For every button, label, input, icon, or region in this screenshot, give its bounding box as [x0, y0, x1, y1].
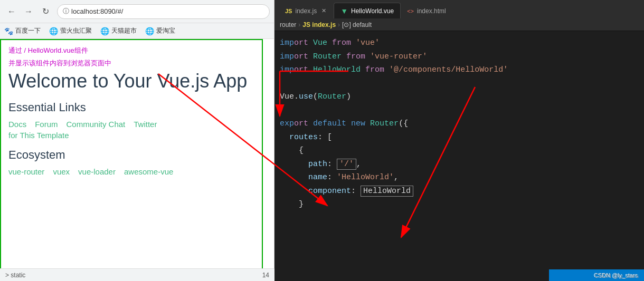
- link-vue-loader[interactable]: vue-loader: [78, 167, 116, 176]
- link-forum[interactable]: Forum: [35, 120, 58, 129]
- editor-panel: JS index.js ✕ ▼ HelloWorld.vue <> index.…: [274, 0, 644, 281]
- link-community-chat[interactable]: Community Chat: [67, 120, 126, 129]
- ecosystem-title: Ecosystem: [8, 148, 266, 162]
- link-docs[interactable]: Docs: [8, 120, 26, 129]
- ecosystem-links: vue-router vuex vue-loader awesome-vue: [8, 167, 266, 176]
- link-vuex[interactable]: vuex: [53, 167, 70, 176]
- link-twitter[interactable]: Twitter: [134, 120, 157, 129]
- essential-links-title: Essential Links: [8, 101, 266, 114]
- link-awesome-vue[interactable]: awesome-vue: [124, 167, 173, 176]
- bc-default: [⊙] default: [342, 21, 372, 28]
- vue-icon: ▼: [340, 7, 348, 15]
- lock-icon: ⓘ: [63, 7, 69, 16]
- bookmark-taobao[interactable]: 🌐 爱淘宝: [145, 26, 175, 35]
- baidu-icon: 🐾: [4, 27, 13, 35]
- link-vue-router[interactable]: vue-router: [8, 167, 44, 176]
- browser-bottom-bar: > static 14: [0, 268, 274, 281]
- link-for-template[interactable]: for This Template: [8, 131, 69, 140]
- bookmark-baidu-label: 百度一下: [15, 26, 41, 35]
- tab-index-html-label: index.html: [417, 7, 446, 15]
- bc-router: router: [280, 21, 296, 28]
- tab-helloworld-label: HelloWorld.vue: [351, 7, 394, 15]
- code-line-1: import Vue from 'vue': [274, 36, 644, 50]
- code-line-4: [274, 77, 644, 91]
- bc-index-js: JS index.js: [302, 21, 336, 28]
- tmall-icon: 🌐: [100, 27, 109, 35]
- code-line-8: routes: [: [274, 131, 644, 144]
- browser-bottom-label: > static: [5, 272, 25, 279]
- tab-helloworld-vue[interactable]: ▼ HelloWorld.vue: [334, 3, 401, 18]
- nav-buttons: ← → ↻: [4, 4, 53, 19]
- page-number: 14: [262, 272, 269, 279]
- breadcrumb-bar: router › JS index.js › [⊙] default: [274, 18, 644, 31]
- address-bar[interactable]: ⓘ localhost:8090/#/: [57, 4, 270, 19]
- annotation-line2: 并显示该组件内容到浏览器页面中: [8, 58, 266, 69]
- address-text: localhost:8090/#/: [71, 7, 123, 15]
- links-row2: for This Template: [8, 131, 266, 140]
- bookmark-huohu-label: 萤火虫汇聚: [60, 26, 92, 35]
- code-line-6: [274, 104, 644, 118]
- browser-panel: ← → ↻ ⓘ localhost:8090/#/ 🐾 百度一下 🌐 萤火虫汇聚…: [0, 0, 274, 281]
- code-line-13: }: [274, 198, 644, 211]
- code-line-12: component: HelloWorld: [274, 185, 644, 198]
- taobao-icon: 🌐: [145, 27, 154, 35]
- bookmarks-bar: 🐾 百度一下 🌐 萤火虫汇聚 🌐 天猫超市 🌐 爱淘宝: [0, 23, 274, 39]
- code-line-3: import HelloWorld from '@/components/Hel…: [274, 63, 644, 77]
- bookmark-tmall[interactable]: 🌐 天猫超市: [100, 26, 137, 35]
- code-line-5: Vue.use(Router): [274, 90, 644, 104]
- code-area: import Vue from 'vue' import Router from…: [274, 31, 644, 281]
- bookmark-taobao-label: 爱淘宝: [156, 26, 175, 35]
- html-icon: <>: [407, 8, 414, 14]
- huohu-icon: 🌐: [49, 27, 58, 35]
- bookmark-tmall-label: 天猫超市: [111, 26, 137, 35]
- annotation-line1: 通过 / HelloWorld.vue组件: [8, 45, 266, 56]
- browser-toolbar: ← → ↻ ⓘ localhost:8090/#/: [0, 0, 274, 23]
- csdn-watermark: CSDN @ly_stars: [595, 273, 639, 279]
- bookmark-baidu[interactable]: 🐾 百度一下: [4, 26, 41, 35]
- page-content: 通过 / HelloWorld.vue组件 并显示该组件内容到浏览器页面中 We…: [0, 39, 274, 281]
- back-button[interactable]: ←: [4, 4, 19, 19]
- code-line-2: import Router from 'vue-router': [274, 50, 644, 64]
- vue-app-title: Welcome to Your Vue.js App: [8, 70, 266, 92]
- code-line-7: export default new Router({: [274, 117, 644, 131]
- bookmark-huohu[interactable]: 🌐 萤火虫汇聚: [49, 26, 92, 35]
- forward-button[interactable]: →: [21, 4, 36, 19]
- js-icon: JS: [285, 8, 292, 14]
- code-line-9: {: [274, 144, 644, 158]
- tab-close-icon[interactable]: ✕: [320, 7, 327, 15]
- code-line-11: name: 'HelloWorld',: [274, 171, 644, 185]
- reload-button[interactable]: ↻: [38, 4, 53, 19]
- code-line-10: path: '/',: [274, 158, 644, 171]
- essential-links-row: Docs Forum Community Chat Twitter: [8, 120, 266, 129]
- tab-index-js-label: index.js: [295, 7, 317, 15]
- tab-index-js[interactable]: JS index.js ✕: [279, 3, 334, 18]
- editor-tabs: JS index.js ✕ ▼ HelloWorld.vue <> index.…: [274, 0, 644, 18]
- tab-index-html[interactable]: <> index.html: [401, 3, 452, 18]
